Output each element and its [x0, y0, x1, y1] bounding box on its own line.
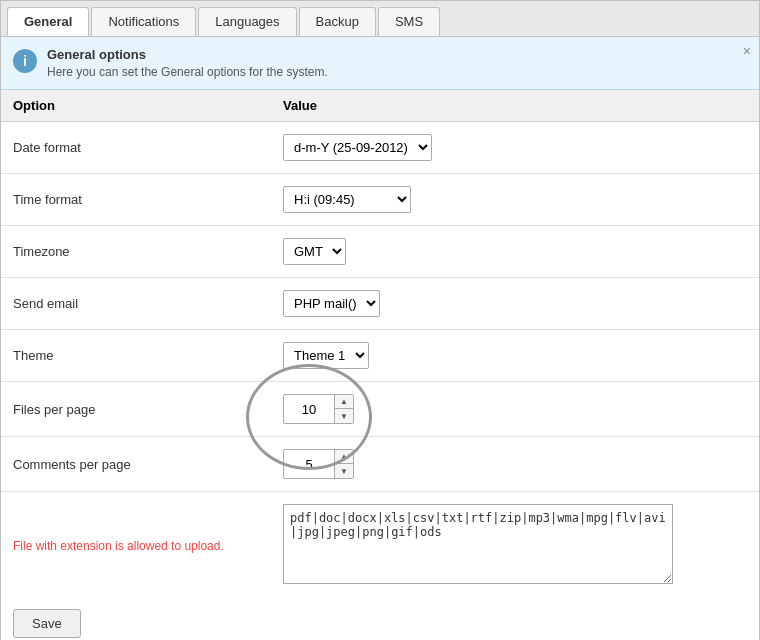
option-value-files-per-page: ▲ ▼	[271, 382, 759, 437]
option-label-send-email: Send email	[1, 278, 271, 330]
comments-per-page-up[interactable]: ▲	[335, 450, 353, 464]
table-row: Timezone GMT UTC EST PST	[1, 226, 759, 278]
files-per-page-down[interactable]: ▼	[335, 409, 353, 423]
timezone-select[interactable]: GMT UTC EST PST	[283, 238, 346, 265]
time-format-select[interactable]: H:i (09:45) h:i A (09:45 AM) h:i a (09:4…	[283, 186, 411, 213]
comments-per-page-input[interactable]	[284, 453, 334, 476]
files-per-page-up[interactable]: ▲	[335, 395, 353, 409]
option-label-comments-per-page: Comments per page	[1, 437, 271, 492]
tab-sms[interactable]: SMS	[378, 7, 440, 36]
option-label-theme: Theme	[1, 330, 271, 382]
option-value-time-format: H:i (09:45) h:i A (09:45 AM) h:i a (09:4…	[271, 174, 759, 226]
form-actions: Save	[1, 599, 759, 640]
table-row: Date format d-m-Y (25-09-2012) Y-m-d (20…	[1, 122, 759, 174]
close-button[interactable]: ×	[743, 43, 751, 59]
date-format-select[interactable]: d-m-Y (25-09-2012) Y-m-d (2012-09-25) m/…	[283, 134, 432, 161]
table-row: Theme Theme 1 Theme 2 Theme 3	[1, 330, 759, 382]
option-value-file-extension: pdf|doc|docx|xls|csv|txt|rtf|zip|mp3|wma…	[271, 492, 759, 600]
save-button[interactable]: Save	[13, 609, 81, 638]
option-value-send-email: PHP mail() SMTP Sendmail	[271, 278, 759, 330]
comments-spinner-buttons: ▲ ▼	[334, 450, 353, 478]
tab-languages[interactable]: Languages	[198, 7, 296, 36]
tab-general[interactable]: General	[7, 7, 89, 36]
option-value-comments-per-page: ▲ ▼	[271, 437, 759, 492]
spinner-buttons: ▲ ▼	[334, 395, 353, 423]
options-table: Option Value Date format d-m-Y (25-09-20…	[1, 90, 759, 599]
info-description: Here you can set the General options for…	[47, 65, 328, 79]
option-label-date-format: Date format	[1, 122, 271, 174]
option-label-file-extension: File with extension is allowed to upload…	[1, 492, 271, 600]
option-label-timezone: Timezone	[1, 226, 271, 278]
send-email-select[interactable]: PHP mail() SMTP Sendmail	[283, 290, 380, 317]
table-row: Files per page ▲ ▼	[1, 382, 759, 437]
files-per-page-spinner: ▲ ▼	[283, 394, 354, 424]
option-value-theme: Theme 1 Theme 2 Theme 3	[271, 330, 759, 382]
table-row: Comments per page ▲ ▼	[1, 437, 759, 492]
option-value-timezone: GMT UTC EST PST	[271, 226, 759, 278]
tab-backup[interactable]: Backup	[299, 7, 376, 36]
tab-notifications[interactable]: Notifications	[91, 7, 196, 36]
main-content: i General options Here you can set the G…	[0, 36, 760, 640]
col-header-option: Option	[1, 90, 271, 122]
info-icon: i	[13, 49, 37, 73]
comments-per-page-spinner: ▲ ▼	[283, 449, 354, 479]
tabs-container: General Notifications Languages Backup S…	[0, 0, 760, 36]
table-row: Time format H:i (09:45) h:i A (09:45 AM)…	[1, 174, 759, 226]
option-label-files-per-page: Files per page	[1, 382, 271, 437]
info-box: i General options Here you can set the G…	[1, 37, 759, 90]
theme-select[interactable]: Theme 1 Theme 2 Theme 3	[283, 342, 369, 369]
files-per-page-input[interactable]	[284, 398, 334, 421]
option-value-date-format: d-m-Y (25-09-2012) Y-m-d (2012-09-25) m/…	[271, 122, 759, 174]
info-title: General options	[47, 47, 328, 62]
table-row: File with extension is allowed to upload…	[1, 492, 759, 600]
info-text: General options Here you can set the Gen…	[47, 47, 328, 79]
table-row: Send email PHP mail() SMTP Sendmail	[1, 278, 759, 330]
option-label-time-format: Time format	[1, 174, 271, 226]
comments-per-page-down[interactable]: ▼	[335, 464, 353, 478]
file-extension-textarea[interactable]: pdf|doc|docx|xls|csv|txt|rtf|zip|mp3|wma…	[283, 504, 673, 584]
col-header-value: Value	[271, 90, 759, 122]
